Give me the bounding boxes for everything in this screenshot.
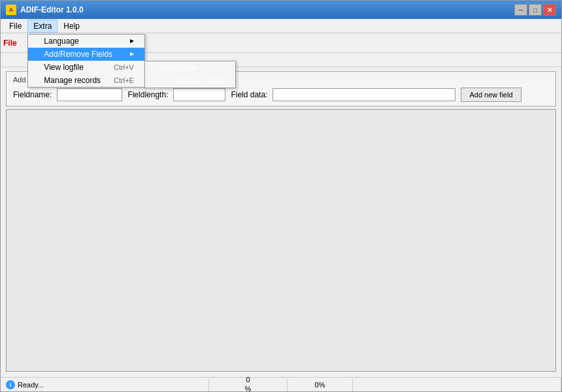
- status-percent: 0%: [288, 378, 353, 391]
- help-menu-container: Help: [58, 20, 86, 33]
- language-menu-item[interactable]: Language: [28, 35, 144, 48]
- fielddata-label: Field data:: [231, 90, 267, 99]
- extra-menu-container: Extra Language Add/Remove Fields ✓ Add F…: [27, 20, 58, 33]
- view-logfile-menu-item[interactable]: View logfile Ctrl+V: [28, 61, 144, 74]
- manage-records-menu-item[interactable]: Manage records Ctrl+E: [28, 74, 144, 87]
- add-fields-check-icon: ✓: [149, 63, 159, 73]
- extra-dropdown: Language Add/Remove Fields ✓ Add Fields …: [27, 34, 145, 88]
- window-title: ADIF-Editor 1.0.0: [20, 5, 514, 14]
- file-menu-container: File: [3, 20, 27, 33]
- status-bar: i Ready... 0% 0%: [1, 377, 561, 391]
- help-menu[interactable]: Help: [58, 20, 86, 33]
- status-extra: [353, 378, 561, 391]
- fieldname-input[interactable]: [57, 88, 122, 101]
- add-remove-fields-menu-item[interactable]: Add/Remove Fields ✓ Add Fields Remove Fi…: [28, 48, 144, 61]
- file-prefix-label: File: [3, 39, 17, 48]
- add-new-field-button[interactable]: Add new field: [461, 88, 521, 102]
- title-bar: A ADIF-Editor 1.0.0 ─ □ ✕: [1, 1, 561, 19]
- fielddata-input[interactable]: [273, 88, 455, 101]
- fieldname-label: Fieldname:: [13, 90, 52, 99]
- maximize-button[interactable]: □: [529, 4, 542, 16]
- extra-menu[interactable]: Extra: [27, 20, 58, 33]
- add-field-row: Fieldname: Fieldlength: Field data: Add …: [13, 88, 549, 102]
- main-window: A ADIF-Editor 1.0.0 ─ □ ✕ File Extra Lan…: [0, 0, 562, 392]
- menu-bar: File Extra Language Add/Remove Fields ✓: [1, 19, 561, 33]
- main-content-area: [6, 109, 556, 372]
- status-icon: i: [6, 380, 15, 389]
- status-progress: 0%: [209, 378, 288, 391]
- fieldlength-label: Fieldlength:: [127, 90, 168, 99]
- remove-fields-menu-item[interactable]: Remove Fields: [145, 74, 235, 88]
- fieldlength-input[interactable]: [173, 88, 225, 101]
- add-remove-submenu: ✓ Add Fields Remove Fields: [144, 61, 236, 88]
- app-icon: A: [6, 5, 16, 15]
- close-button[interactable]: ✕: [543, 4, 556, 16]
- window-controls: ─ □ ✕: [514, 4, 556, 16]
- add-fields-menu-item[interactable]: ✓ Add Fields: [145, 61, 235, 74]
- status-ready: i Ready...: [1, 378, 209, 391]
- file-menu[interactable]: File: [3, 20, 27, 33]
- minimize-button[interactable]: ─: [514, 4, 527, 16]
